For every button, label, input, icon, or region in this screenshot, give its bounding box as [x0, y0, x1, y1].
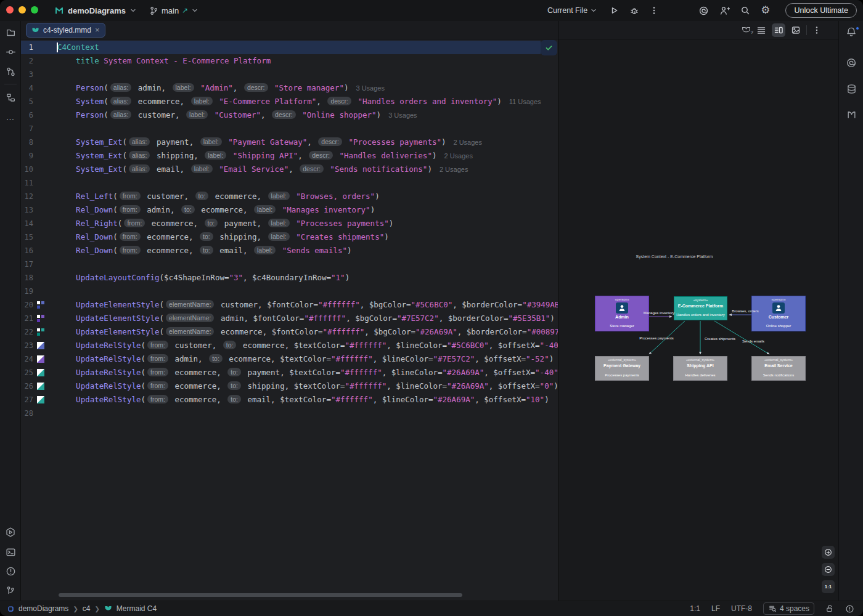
mermaid-tool-icon[interactable]	[839, 107, 863, 122]
run-button[interactable]	[609, 6, 619, 15]
window-close-button[interactable]	[6, 6, 14, 14]
code-line-17[interactable]: 17	[21, 257, 558, 271]
debug-button[interactable]	[629, 6, 639, 15]
search-everywhere-icon[interactable]	[740, 6, 750, 15]
line-number: 28	[21, 407, 33, 420]
code-editor[interactable]: 1C4Context2 title System Context - E-Com…	[21, 39, 558, 601]
code-line-11[interactable]: 11	[21, 176, 558, 190]
horizontal-scrollbar[interactable]	[59, 593, 462, 597]
editor-kebab-icon[interactable]	[812, 25, 821, 35]
breadcrumb-project[interactable]: demoDiagrams	[18, 604, 68, 613]
code-line-7[interactable]: 7	[21, 122, 558, 136]
run-configuration-selector[interactable]: Current File	[547, 6, 597, 15]
gutter-color-swatch[interactable]	[37, 315, 44, 322]
gutter-color-swatch[interactable]	[37, 355, 44, 363]
window-maximize-button[interactable]	[31, 6, 38, 14]
indent-widget[interactable]: 4 spaces	[763, 602, 814, 615]
gutter-color-swatch[interactable]	[37, 383, 44, 390]
preview-only-view-icon[interactable]	[791, 25, 801, 35]
code-line-13[interactable]: 13 Rel_Down(from: admin, to: ecommerce, …	[21, 203, 558, 217]
code-line-8[interactable]: 8 System_Ext(alias: payment, label: "Pay…	[21, 136, 558, 149]
gutter-color-swatch[interactable]	[37, 396, 44, 403]
code-line-1[interactable]: 1C4Context	[21, 41, 558, 54]
project-tool-icon[interactable]	[0, 25, 21, 39]
code-line-4[interactable]: 4 Person(alias: admin, label: "Admin", d…	[21, 81, 558, 95]
services-tool-icon[interactable]	[0, 525, 21, 540]
code-line-16[interactable]: 16 Rel_Down(from: ecommerce, to: email, …	[21, 244, 558, 257]
code-line-22[interactable]: 22 UpdateElementStyle(elementName: ecomm…	[21, 325, 558, 339]
code-line-14[interactable]: 14 Rel_Right(from: ecommerce, to: paymen…	[21, 217, 558, 230]
editor-only-view-icon[interactable]	[756, 25, 766, 35]
branch-widget[interactable]: main ↗	[149, 0, 198, 21]
line-number: 12	[21, 190, 33, 203]
commit-tool-icon[interactable]	[0, 44, 21, 59]
code-line-18[interactable]: 18 UpdateLayoutConfig($c4ShapeInRow="3",…	[21, 271, 558, 285]
breadcrumb-folder[interactable]: c4	[83, 604, 91, 613]
code-line-27[interactable]: 27 UpdateRelStyle(from: ecommerce, to: e…	[21, 393, 558, 407]
code-line-25[interactable]: 25 UpdateRelStyle(from: ecommerce, to: p…	[21, 366, 558, 379]
writable-lock-icon[interactable]	[825, 604, 834, 613]
code-line-10[interactable]: 10 System_Ext(alias: email, label: "Emai…	[21, 163, 558, 176]
code-line-2[interactable]: 2 title System Context - E-Commerce Plat…	[21, 54, 558, 68]
status-bar: demoDiagrams ❯ c4 ❯ Mermaid C4 1:1 LF UT…	[0, 601, 863, 616]
gutter-color-swatch[interactable]	[37, 328, 44, 336]
database-tool-icon[interactable]	[839, 81, 863, 96]
more-actions-kebab-icon[interactable]	[650, 6, 658, 15]
gutter-color-swatch[interactable]	[37, 369, 44, 376]
window-minimize-button[interactable]	[18, 6, 26, 14]
code-line-5[interactable]: 5 System(alias: ecommerce, label: "E-Com…	[21, 95, 558, 108]
version-control-tool-icon[interactable]	[0, 583, 21, 598]
tab-c4-styled[interactable]: c4-styled.mmd ×	[26, 23, 105, 38]
project-name: demoDiagrams	[68, 6, 126, 15]
more-tool-windows-icon[interactable]: …	[0, 110, 21, 124]
unlock-ultimate-button[interactable]: Unlock Ultimate	[785, 3, 857, 18]
zoom-reset-button[interactable]: 1:1	[822, 580, 835, 593]
ai-chat-tool-icon[interactable]	[839, 55, 863, 70]
code-line-21[interactable]: 21 UpdateElementStyle(elementName: admin…	[21, 312, 558, 325]
line-number: 23	[21, 339, 33, 352]
pull-requests-tool-icon[interactable]	[0, 64, 21, 79]
structure-tool-icon[interactable]	[0, 90, 21, 105]
node-description: Sends notifications	[763, 373, 794, 378]
git-branch-icon	[149, 6, 158, 15]
line-separator-widget[interactable]: LF	[711, 604, 720, 613]
line-number: 17	[21, 257, 33, 271]
code-line-23[interactable]: 23 UpdateRelStyle(from: customer, to: ec…	[21, 339, 558, 352]
notifications-bell-icon[interactable]	[839, 25, 863, 39]
ai-assistant-icon[interactable]	[698, 6, 709, 16]
code-line-6[interactable]: 6 Person(alias: customer, label: "Custom…	[21, 108, 558, 122]
tab-close-icon[interactable]: ×	[95, 26, 100, 34]
terminal-tool-icon[interactable]	[0, 545, 21, 559]
line-number: 7	[21, 122, 33, 136]
encoding-widget[interactable]: UTF-8	[731, 604, 752, 613]
code-line-9[interactable]: 9 System_Ext(alias: shipping, label: "Sh…	[21, 149, 558, 163]
code-line-15[interactable]: 15 Rel_Down(from: ecommerce, to: shippin…	[21, 230, 558, 244]
notification-badge	[856, 26, 859, 30]
problems-tool-icon[interactable]	[0, 564, 21, 578]
code-line-24[interactable]: 24 UpdateRelStyle(from: admin, to: ecomm…	[21, 352, 558, 366]
inspections-widget[interactable]	[541, 40, 557, 55]
settings-gear-icon[interactable]: ⚙	[761, 6, 770, 15]
code-line-12[interactable]: 12 Rel_Left(from: customer, to: ecommerc…	[21, 190, 558, 203]
split-view-icon[interactable]	[772, 23, 785, 37]
code-with-me-icon[interactable]	[719, 6, 730, 16]
breadcrumb-file-type[interactable]: Mermaid C4	[117, 604, 157, 613]
line-number: 14	[21, 217, 33, 230]
gutter-color-swatch[interactable]	[37, 301, 44, 309]
code-line-19[interactable]: 19	[21, 285, 558, 298]
gutter-color-swatch[interactable]	[37, 342, 44, 349]
code-text: UpdateElementStyle(elementName: customer…	[57, 298, 558, 312]
node-name: Admin	[615, 314, 629, 320]
mermaid-help-icon[interactable]	[742, 26, 751, 34]
code-line-3[interactable]: 3	[21, 68, 558, 81]
project-widget[interactable]: demoDiagrams	[54, 0, 137, 21]
zoom-out-button[interactable]	[822, 563, 835, 576]
line-number: 13	[21, 203, 33, 217]
code-line-28[interactable]: 28	[21, 407, 558, 420]
zoom-in-button[interactable]	[822, 546, 835, 559]
caret-position-widget[interactable]: 1:1	[690, 604, 700, 613]
line-number: 21	[21, 312, 33, 325]
code-line-26[interactable]: 26 UpdateRelStyle(from: ecommerce, to: s…	[21, 379, 558, 393]
code-line-20[interactable]: 20 UpdateElementStyle(elementName: custo…	[21, 298, 558, 312]
status-alert-icon[interactable]	[845, 604, 854, 614]
